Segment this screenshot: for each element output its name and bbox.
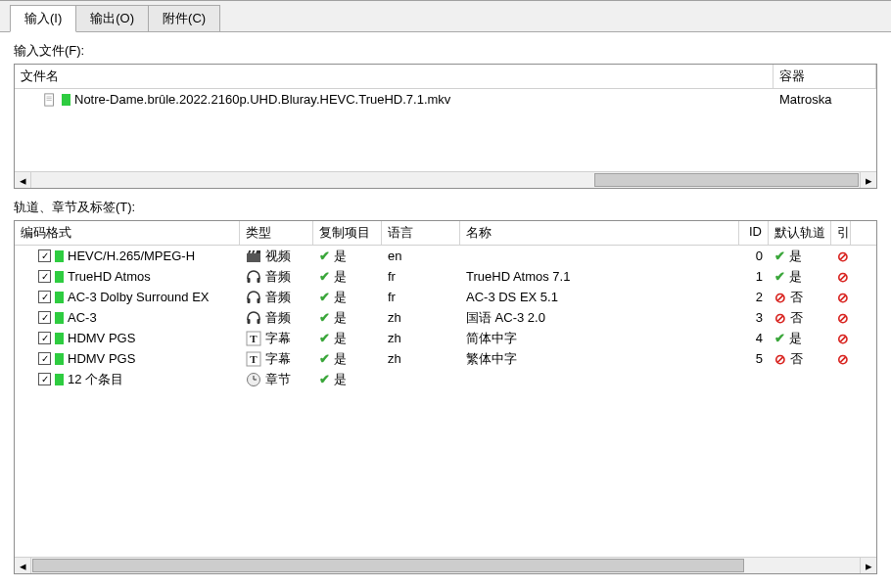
track-rows[interactable]: ✓HEVC/H.265/MPEG-H视频✔ 是en0✔ 是⊘✓TrueHD At… (15, 246, 876, 557)
check-icon: ✔ (319, 290, 330, 304)
track-row[interactable]: ✓12 个条目章节✔ 是 (15, 369, 876, 389)
track-copy: ✔ 是 (313, 268, 382, 286)
track-language: zh (382, 310, 460, 325)
track-row[interactable]: ✓HDMV PGST字幕✔ 是zh简体中字4✔ 是⊘ (15, 328, 876, 348)
scroll-thumb[interactable] (594, 173, 859, 187)
tab-attachments[interactable]: 附件(C) (148, 5, 220, 32)
svg-rect-9 (248, 278, 251, 283)
track-language: fr (382, 290, 460, 304)
col-language[interactable]: 语言 (382, 221, 460, 245)
col-copy[interactable]: 复制项目 (313, 221, 382, 245)
scroll-left-icon[interactable]: ◂ (15, 558, 31, 573)
col-filename[interactable]: 文件名 (15, 65, 774, 88)
track-default: ⊘ 否 (769, 350, 831, 368)
check-icon: ✔ (319, 249, 330, 263)
scroll-right-icon[interactable]: ▸ (860, 558, 876, 573)
track-name: AC-3 DS EX 5.1 (460, 290, 739, 304)
track-row[interactable]: ✓AC-3音频✔ 是zh国语 AC-3 2.03⊘ 否⊘ (15, 307, 876, 328)
track-row[interactable]: ✓HDMV PGST字幕✔ 是zh繁体中字5⊘ 否⊘ (15, 348, 876, 369)
track-default: ⊘ 否 (769, 289, 831, 306)
track-row[interactable]: ✓TrueHD Atmos音频✔ 是frTrueHD Atmos 7.11✔ 是… (15, 266, 876, 287)
track-id: 4 (739, 331, 769, 345)
no-icon: ⊘ (837, 331, 849, 346)
svg-rect-3 (47, 100, 52, 101)
col-name[interactable]: 名称 (460, 221, 739, 245)
check-icon: ✔ (319, 331, 330, 345)
col-default[interactable]: 默认轨道 (769, 221, 831, 245)
col-codec[interactable]: 编码格式 (15, 221, 240, 245)
check-icon: ✔ (774, 269, 785, 284)
track-columns-header[interactable]: 编码格式 类型 复制项目 语言 名称 ID 默认轨道 引 (15, 221, 876, 246)
track-checkbox[interactable]: ✓ (38, 373, 51, 385)
svg-text:T: T (250, 333, 258, 344)
svg-rect-1 (47, 96, 52, 97)
track-checkbox[interactable]: ✓ (38, 270, 51, 283)
track-type: 视频 (265, 248, 291, 265)
check-icon: ✔ (319, 269, 330, 284)
status-indicator (55, 271, 64, 283)
track-checkbox[interactable]: ✓ (38, 249, 51, 262)
track-extra: ⊘ (831, 331, 851, 346)
track-checkbox[interactable]: ✓ (38, 352, 51, 365)
status-indicator (55, 353, 64, 365)
file-row[interactable]: Notre-Dame.brûle.2022.2160p.UHD.Bluray.H… (15, 89, 876, 110)
scroll-thumb[interactable] (32, 559, 744, 572)
input-files-pane: 文件名 容器 Notre-Dame.brûle.2022.2160p.UHD.B… (14, 64, 877, 189)
track-type: 音频 (265, 289, 291, 306)
track-row[interactable]: ✓HEVC/H.265/MPEG-H视频✔ 是en0✔ 是⊘ (15, 246, 876, 266)
svg-text:T: T (250, 353, 258, 365)
track-language: zh (382, 351, 460, 366)
track-extra: ⊘ (831, 269, 851, 285)
track-checkbox[interactable]: ✓ (38, 291, 51, 303)
track-extra: ⊘ (831, 290, 851, 305)
no-icon: ⊘ (837, 249, 849, 264)
tab-output[interactable]: 输出(O) (75, 5, 149, 32)
no-icon: ⊘ (837, 310, 849, 326)
track-id: 0 (739, 249, 769, 263)
no-icon: ⊘ (774, 310, 786, 326)
tab-bar: 输入(I) 输出(O) 附件(C) (0, 1, 891, 32)
track-copy: ✔ 是 (313, 248, 382, 265)
track-checkbox[interactable]: ✓ (38, 332, 51, 344)
track-language: en (382, 249, 460, 263)
clock-icon (246, 372, 261, 387)
clapper-icon (246, 249, 261, 264)
track-default: ✔ 是 (769, 248, 831, 265)
col-container[interactable]: 容器 (774, 65, 876, 88)
scroll-right-icon[interactable]: ▸ (860, 172, 876, 188)
file-icon (42, 92, 58, 108)
track-checkbox[interactable]: ✓ (38, 311, 51, 324)
no-icon: ⊘ (837, 351, 849, 367)
check-icon: ✔ (774, 249, 785, 263)
track-language: zh (382, 331, 460, 345)
track-id: 3 (739, 310, 769, 325)
tab-input[interactable]: 输入(I) (10, 5, 76, 32)
track-codec: TrueHD Atmos (68, 269, 151, 284)
col-id[interactable]: ID (739, 221, 769, 245)
headphones-icon (246, 269, 261, 285)
track-name: 国语 AC-3 2.0 (460, 309, 739, 327)
scroll-left-icon[interactable]: ◂ (15, 172, 31, 188)
svg-rect-13 (248, 319, 251, 324)
col-extra[interactable]: 引 (831, 221, 851, 245)
file-columns-header[interactable]: 文件名 容器 (15, 65, 876, 89)
svg-rect-14 (258, 319, 260, 324)
track-copy: ✔ 是 (313, 371, 382, 388)
track-name: TrueHD Atmos 7.1 (460, 269, 739, 284)
status-indicator (55, 374, 64, 385)
track-name: 繁体中字 (460, 350, 739, 368)
track-id: 5 (739, 351, 769, 366)
col-type[interactable]: 类型 (240, 221, 313, 245)
check-icon: ✔ (319, 310, 330, 325)
file-rows[interactable]: Notre-Dame.brûle.2022.2160p.UHD.Bluray.H… (15, 89, 876, 171)
check-icon: ✔ (774, 331, 785, 345)
no-icon: ⊘ (774, 351, 786, 367)
track-codec: AC-3 Dolby Surround EX (68, 290, 210, 304)
status-indicator (55, 292, 64, 303)
track-row[interactable]: ✓AC-3 Dolby Surround EX音频✔ 是frAC-3 DS EX… (15, 287, 876, 307)
track-type: 音频 (265, 309, 291, 327)
no-icon: ⊘ (837, 290, 849, 305)
tracks-hscrollbar[interactable]: ◂ ▸ (15, 557, 876, 573)
files-hscrollbar[interactable]: ◂ ▸ (15, 171, 876, 188)
track-codec: HDMV PGS (68, 331, 135, 345)
